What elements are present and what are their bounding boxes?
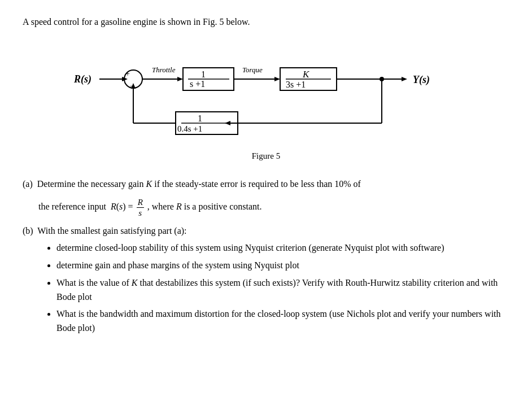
part-a-continuation: the reference input R(s) = R s , where R… bbox=[38, 197, 509, 218]
rs-label: R(s) bbox=[73, 73, 91, 85]
rs-fraction: R s bbox=[137, 197, 144, 218]
part-b-label: (b) With the smallest gain satisfying pa… bbox=[23, 226, 187, 236]
bullet-1: determine closed-loop stability of this … bbox=[56, 241, 509, 255]
content: (a) Determine the necessary gain K if th… bbox=[23, 177, 509, 335]
bullet-4: What is the bandwidth and maximum distor… bbox=[56, 307, 509, 335]
svg-marker-12 bbox=[402, 77, 407, 81]
block3-num: 1 bbox=[198, 114, 202, 123]
bullet-list: determine closed-loop stability of this … bbox=[56, 241, 509, 335]
part-b: (b) With the smallest gain satisfying pa… bbox=[23, 224, 509, 238]
throttle-label: Throttle bbox=[152, 66, 176, 74]
block-diagram: R(s) + − Throttle 1 s +1 bbox=[68, 38, 464, 151]
block1-num: 1 bbox=[201, 69, 206, 79]
block1-den: s +1 bbox=[190, 79, 205, 89]
frac-denominator: s bbox=[137, 208, 143, 218]
bullet-1-text: determine closed-loop stability of this … bbox=[56, 243, 444, 252]
frac-numerator: R bbox=[137, 197, 144, 208]
part-a: (a) Determine the necessary gain K if th… bbox=[23, 177, 509, 191]
bullet-4-text: What is the bandwidth and maximum distor… bbox=[56, 309, 501, 333]
svg-marker-4 bbox=[177, 77, 183, 81]
bullet-3-text: What is the value of K that destabilizes… bbox=[56, 278, 498, 302]
ys-label: Y(s) bbox=[413, 74, 430, 86]
part-a-text3: , where R is a positive constant. bbox=[147, 202, 262, 211]
bullet-3: What is the value of K that destabilizes… bbox=[56, 276, 509, 304]
plus-label: + bbox=[125, 69, 130, 78]
part-a-text2: the reference input R(s) = bbox=[38, 202, 136, 211]
torque-label: Torque bbox=[242, 66, 263, 74]
block3-den: 0.4s +1 bbox=[177, 124, 202, 133]
bullet-2-text: determine gain and phase margins of the … bbox=[56, 260, 299, 270]
bullet-2: determine gain and phase margins of the … bbox=[56, 259, 509, 273]
part-a-label: (a) Determine the necessary gain K if th… bbox=[23, 179, 361, 189]
figure-label: Figure 5 bbox=[252, 151, 280, 161]
block2-den: 3s +1 bbox=[286, 80, 306, 89]
diagram-svg: R(s) + − Throttle 1 s +1 bbox=[68, 38, 464, 151]
intro-text: A speed control for a gasoline engine is… bbox=[23, 17, 509, 27]
block2-num: K bbox=[302, 69, 310, 80]
diagram-container: R(s) + − Throttle 1 s +1 bbox=[23, 38, 509, 171]
svg-marker-8 bbox=[274, 77, 280, 81]
